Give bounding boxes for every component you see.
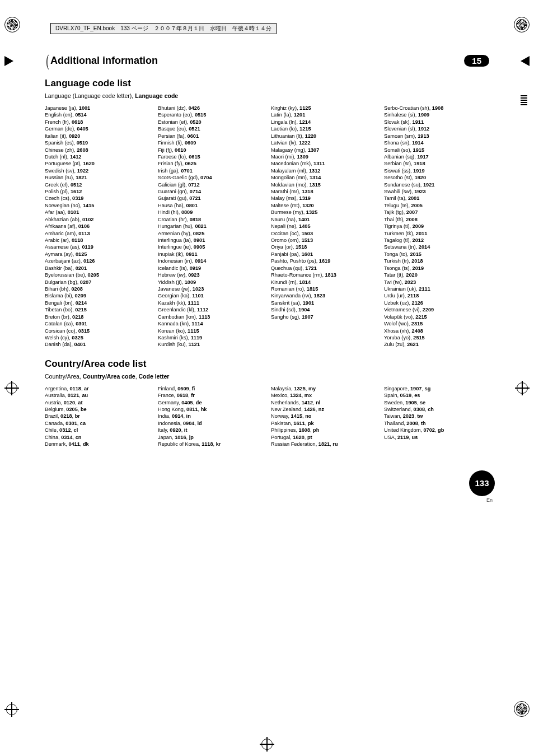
language-entry: Telugu (te), 2005 [384, 202, 489, 209]
language-entry: Korean (ko), 1115 [158, 328, 263, 334]
language-entry: Italian (it), 0920 [45, 133, 150, 139]
country-entry: Hong Kong, 0811, hk [158, 406, 263, 413]
language-entry: Latvian (lv), 1222 [271, 139, 376, 146]
language-entry: Afar (aa), 0101 [45, 209, 150, 216]
language-entry: Gujarati (gu), 0721 [158, 195, 263, 202]
language-entry: Croatian (hr), 0818 [158, 216, 263, 223]
country-code-columns: Argentina, 0118, arAustralia, 0121, auAu… [45, 385, 489, 448]
language-entry: Spanish (es), 0519 [45, 139, 150, 146]
country-entry: Japan, 1016, jp [158, 434, 263, 441]
language-entry: Zulu (zu), 2621 [384, 341, 489, 348]
language-entry: Dutch (nl), 1412 [45, 153, 150, 160]
language-entry: Panjabi (pa), 1601 [271, 251, 376, 258]
language-entry: Abkhazian (ab), 0102 [45, 216, 150, 223]
language-entry: Mongolian (mn), 1314 [271, 174, 376, 181]
language-entry: Xhosa (xh), 2408 [384, 328, 489, 334]
language-code-heading: Language code list [45, 78, 489, 89]
language-entry: Portuguese (pt), 1620 [45, 160, 150, 167]
country-entry: New Zealand, 1426, nz [271, 406, 376, 413]
country-entry: Switzerland, 0308, ch [384, 406, 489, 413]
language-entry: Danish (da), 0401 [45, 341, 150, 348]
language-entry: Catalan (ca), 0301 [45, 320, 150, 327]
language-entry: Serbo-Croatian (sh), 1908 [384, 105, 489, 111]
language-entry: Rhaeto-Romance (rm), 1813 [271, 272, 376, 278]
language-entry: Oriya (or), 1518 [271, 244, 376, 250]
language-entry: Javanese (jw), 1023 [158, 286, 263, 292]
country-entry: Republic of Korea, 1118, kr [158, 441, 263, 447]
country-entry: Singapore, 1907, sg [384, 385, 489, 392]
language-entry: Sangho (sg), 1907 [271, 314, 376, 320]
language-entry: Sinhalese (si), 1909 [384, 111, 489, 118]
language-entry: Shona (sn), 1914 [384, 139, 489, 146]
language-entry: Yoruba (yo), 2515 [384, 334, 489, 341]
language-entry: Interlingue (ie), 0905 [158, 244, 263, 250]
language-entry: Sanskrit (sa), 1901 [271, 300, 376, 306]
language-entry: Albanian (sq), 1917 [384, 153, 489, 160]
country-entry: United Kingdom, 0702, gb [384, 427, 489, 433]
language-entry: Hebrew (iw), 0923 [158, 272, 263, 278]
country-entry: Taiwan, 2023, tw [384, 413, 489, 419]
language-entry: Icelandic (is), 0919 [158, 265, 263, 272]
language-entry: Siswati (ss), 1919 [384, 167, 489, 174]
country-code-heading: Country/Area code list [45, 358, 489, 370]
language-entry: Twi (tw), 2023 [384, 279, 489, 286]
country-entry: Austria, 0120, at [45, 399, 150, 406]
language-entry: Malagasy (mg), 1307 [271, 147, 376, 153]
language-entry: Tajik (tg), 2007 [384, 209, 489, 216]
language-entry: Tatar (tt), 2020 [384, 272, 489, 278]
language-entry: Estonian (et), 0520 [158, 119, 263, 125]
language-entry: Swahili (sw), 1923 [384, 188, 489, 195]
language-entry: Tigrinya (ti), 2009 [384, 223, 489, 230]
language-entry: Thai (th), 2008 [384, 216, 489, 223]
language-entry: Aymara (ay), 0125 [45, 251, 150, 258]
language-subheading: Language (Language code letter), Languag… [45, 92, 489, 99]
country-entry: Australia, 0121, au [45, 392, 150, 399]
language-entry: Arabic (ar), 0118 [45, 237, 150, 244]
language-entry: Greenlandic (kl), 1112 [158, 306, 263, 313]
language-entry: Kashmiri (ks), 1119 [158, 334, 263, 341]
language-entry: Malayalam (ml), 1312 [271, 167, 376, 174]
language-entry: Russian (ru), 1821 [45, 174, 150, 181]
language-entry: Burmese (my), 1325 [271, 209, 376, 216]
country-entry: Pakistan, 1611, pk [271, 420, 376, 427]
language-entry: Macedonian (mk), 1311 [271, 160, 376, 167]
language-entry: Frisian (fy), 0625 [158, 160, 263, 167]
language-entry: Maori (mi), 1309 [271, 153, 376, 160]
language-entry: Tonga (to), 2015 [384, 251, 489, 258]
country-entry: Germany, 0405, de [158, 399, 263, 406]
language-entry: Georgian (ka), 1101 [158, 292, 263, 299]
language-entry: Sundanese (su), 1921 [384, 181, 489, 188]
country-entry: Mexico, 1324, mx [271, 392, 376, 399]
language-entry: Byelorussian (be), 0205 [45, 272, 150, 278]
language-entry: Breton (br), 0218 [45, 314, 150, 320]
country-entry: Netherlands, 1412, nl [271, 399, 376, 406]
country-entry: Denmark, 0411, dk [45, 441, 150, 447]
country-entry: Spain, 0519, es [384, 392, 489, 399]
language-entry: Interlingua (ia), 0901 [158, 237, 263, 244]
country-entry: Canada, 0301, ca [45, 420, 150, 427]
language-entry: Romanian (ro), 1815 [271, 286, 376, 292]
country-entry: Sweden, 1905, se [384, 399, 489, 406]
language-entry: Kazakh (kk), 1111 [158, 300, 263, 306]
language-entry: Chinese (zh), 2608 [45, 147, 150, 153]
country-entry: Portugal, 1620, pt [271, 434, 376, 441]
language-entry: Bihari (bh), 0208 [45, 286, 150, 292]
language-entry: Faroese (fo), 0615 [158, 153, 263, 160]
language-entry: Kirghiz (ky), 1125 [271, 105, 376, 111]
language-entry: Slovak (sk), 1911 [384, 119, 489, 125]
language-entry: Finnish (fi), 0609 [158, 139, 263, 146]
country-entry: India, 0914, in [158, 413, 263, 419]
language-entry: Bulgarian (bg), 0207 [45, 279, 150, 286]
language-entry: Bhutani (dz), 0426 [158, 105, 263, 111]
language-entry: Samoan (sm), 1913 [384, 133, 489, 139]
language-entry: Bislama (bi), 0209 [45, 292, 150, 299]
language-entry: Urdu (ur), 2118 [384, 292, 489, 299]
language-entry: Guarani (gn), 0714 [158, 188, 263, 195]
country-subheading: Country/Area, Country/Area code, Code le… [45, 373, 489, 380]
country-entry: Russian Federation, 1821, ru [271, 441, 376, 447]
language-entry: Galician (gl), 0712 [158, 181, 263, 188]
page-number-badge: 133 En [469, 470, 495, 503]
language-entry: Inupiak (ik), 0911 [158, 251, 263, 258]
language-entry: Fiji (fj), 0610 [158, 147, 263, 153]
language-entry: Oromo (om), 1513 [271, 237, 376, 244]
